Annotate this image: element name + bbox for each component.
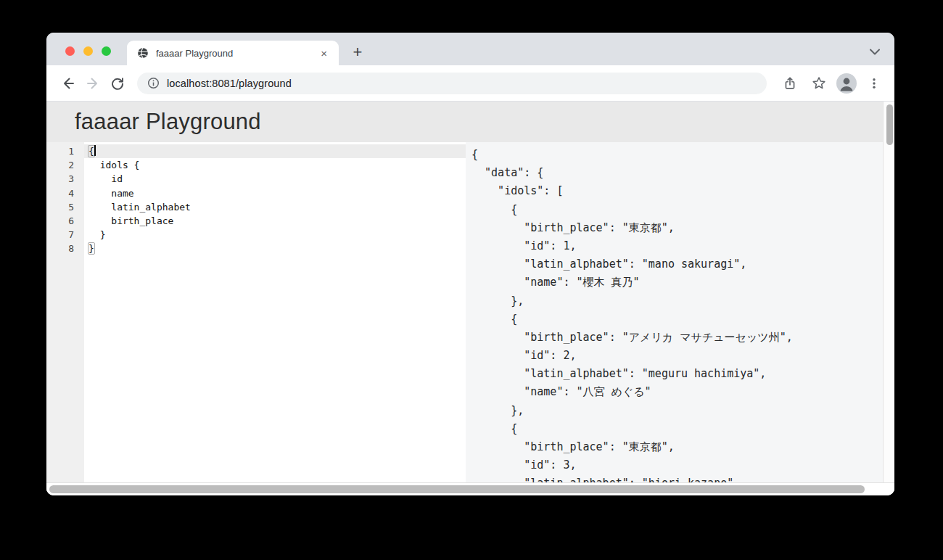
query-editor[interactable]: 12345678 { idols { id name latin_alphabe…	[46, 142, 466, 482]
response-line: {	[472, 201, 894, 219]
address-bar[interactable]: localhost:8081/playground	[137, 73, 767, 94]
line-number: 2	[46, 158, 84, 172]
vertical-scrollbar-thumb[interactable]	[886, 104, 893, 145]
text-cursor	[94, 145, 96, 156]
new-tab-button[interactable]: +	[348, 44, 367, 62]
editor-line[interactable]: name	[84, 186, 466, 200]
response-line: "birth_place": "東京都",	[472, 219, 894, 237]
back-icon[interactable]	[56, 71, 81, 96]
forward-icon	[81, 71, 105, 96]
editor-line[interactable]: id	[84, 172, 466, 186]
editor-gutter: 12345678	[46, 142, 84, 482]
response-line: "birth_place": "東京都",	[472, 438, 894, 456]
response-line: "id": 1,	[472, 237, 894, 255]
zoom-window-button[interactable]	[102, 46, 111, 56]
reload-icon[interactable]	[105, 71, 130, 96]
editor-code[interactable]: { idols { id name latin_alphabet birth_p…	[84, 142, 466, 482]
response-line: "data": {	[472, 164, 894, 182]
line-number: 1	[46, 144, 84, 158]
traffic-lights	[65, 46, 111, 56]
globe-favicon-icon	[137, 47, 149, 59]
line-number: 4	[46, 186, 84, 200]
response-line: "name": "櫻木 真乃"	[472, 273, 894, 292]
editor-line[interactable]: latin_alphabet	[84, 200, 466, 214]
response-line: "id": 2,	[472, 347, 894, 365]
horizontal-scrollbar-thumb[interactable]	[49, 485, 865, 493]
browser-window: faaaar Playground × +	[46, 33, 894, 495]
url-text: localhost:8081/playground	[167, 78, 292, 89]
tab-title: faaaar Playground	[156, 48, 316, 59]
page-header: faaaar Playground	[46, 102, 894, 142]
line-number: 5	[46, 200, 84, 214]
minimize-window-button[interactable]	[83, 46, 93, 56]
response-line: "latin_alphabet": "mano sakuragi",	[472, 255, 894, 273]
response-line: },	[472, 402, 894, 420]
editor-line[interactable]: idols {	[84, 158, 466, 172]
response-line: "name": "八宮 めぐる"	[472, 383, 894, 401]
editor-line[interactable]: birth_place	[84, 214, 466, 228]
vertical-scrollbar[interactable]	[883, 102, 894, 482]
line-number: 8	[46, 242, 84, 255]
response-line: "latin_alphabet": "meguru hachimiya",	[472, 365, 894, 383]
browser-tab[interactable]: faaaar Playground ×	[127, 41, 339, 65]
horizontal-scrollbar[interactable]	[46, 482, 894, 495]
response-line: {	[472, 146, 894, 164]
line-number: 6	[46, 214, 84, 228]
playground-page: faaaar Playground 12345678 { idols { id …	[46, 102, 894, 495]
toolbar-actions	[778, 72, 886, 95]
profile-avatar[interactable]	[836, 73, 857, 94]
response-line: {	[472, 420, 894, 438]
line-number: 7	[46, 228, 84, 242]
tab-close-icon[interactable]: ×	[316, 48, 332, 59]
playground-panes: 12345678 { idols { id name latin_alphabe…	[46, 142, 894, 482]
response-line: },	[472, 292, 894, 310]
response-line: {	[472, 310, 894, 329]
kebab-menu-icon[interactable]	[862, 72, 886, 95]
close-window-button[interactable]	[65, 46, 75, 56]
page-title: faaaar Playground	[75, 109, 261, 135]
tab-strip: faaaar Playground × +	[46, 33, 894, 65]
editor-line[interactable]: }	[84, 228, 466, 242]
response-line: "idols": [	[472, 182, 894, 200]
matched-bracket: }	[88, 242, 95, 255]
editor-line[interactable]: }	[84, 242, 466, 255]
browser-toolbar: localhost:8081/playground	[46, 65, 894, 102]
editor-line[interactable]: {	[84, 144, 466, 158]
bookmark-star-icon[interactable]	[807, 72, 831, 95]
chevron-down-icon[interactable]	[868, 48, 881, 57]
site-info-icon[interactable]	[147, 77, 160, 89]
response-viewer: { "data": { "idols": [ { "birth_place": …	[466, 142, 894, 482]
response-line: "id": 3,	[472, 456, 894, 474]
line-number: 3	[46, 172, 84, 186]
share-icon[interactable]	[778, 72, 802, 95]
response-code: { "data": { "idols": [ { "birth_place": …	[472, 146, 894, 482]
response-line: "latin_alphabet": "hiori kazano",	[472, 474, 894, 482]
response-line: "birth_place": "アメリカ マサチューセッツ州",	[472, 329, 894, 347]
